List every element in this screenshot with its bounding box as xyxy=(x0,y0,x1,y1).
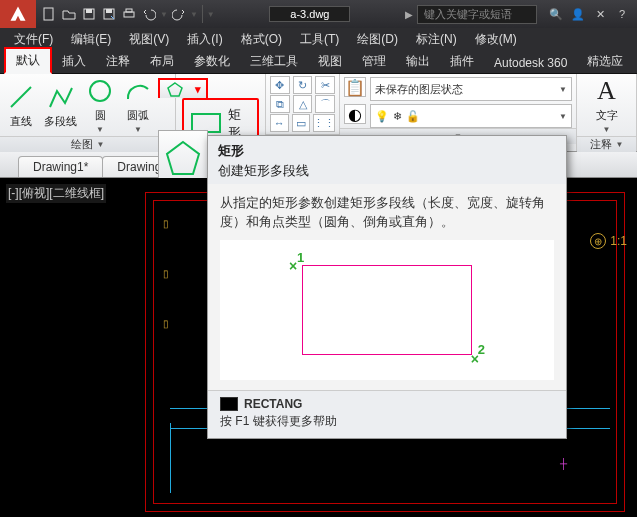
menu-draw[interactable]: 绘图(D) xyxy=(349,29,406,50)
mirror-icon[interactable]: △ xyxy=(293,95,313,113)
tooltip-figure: 1 × 2 × xyxy=(220,240,554,380)
tab-layout[interactable]: 布局 xyxy=(140,50,184,73)
menu-format[interactable]: 格式(O) xyxy=(233,29,290,50)
svg-rect-2 xyxy=(86,9,92,13)
current-layer-dropdown[interactable]: 💡❄🔓 ▼ xyxy=(370,104,572,128)
tab-view[interactable]: 视图 xyxy=(308,50,352,73)
panel-draw: 直线 多段线 圆 ▼ 圆弧 ▼ 绘图 ▼ xyxy=(0,74,176,151)
trim-icon[interactable]: ✂ xyxy=(315,76,335,94)
tool-line[interactable]: 直线 xyxy=(6,82,36,129)
tool-text-label: 文字 xyxy=(596,108,618,123)
tool-arc[interactable]: 圆弧 ▼ xyxy=(123,76,153,134)
qat-customize-icon[interactable]: ▼ xyxy=(207,10,215,19)
tool-polyline-label: 多段线 xyxy=(44,114,77,129)
tab-3dtools[interactable]: 三维工具 xyxy=(240,50,308,73)
tooltip-help: 按 F1 键获得更多帮助 xyxy=(220,413,556,430)
save-icon[interactable] xyxy=(80,5,98,23)
tab-annotate[interactable]: 注释 xyxy=(96,50,140,73)
tooltip-body: 从指定的矩形参数创建矩形多段线（长度、宽度、旋转角度）和角点类型（圆角、倒角或直… xyxy=(220,194,554,232)
text-icon: A xyxy=(592,76,622,106)
panel-draw-title[interactable]: 绘图 ▼ xyxy=(0,136,175,152)
svg-rect-5 xyxy=(124,12,134,17)
compass-icon: ⊕ xyxy=(590,233,606,249)
move-icon[interactable]: ✥ xyxy=(270,76,290,94)
svg-rect-6 xyxy=(126,9,132,12)
chevron-down-icon: ▼ xyxy=(559,112,567,121)
menu-insert[interactable]: 插入(I) xyxy=(179,29,230,50)
tab-plugins[interactable]: 插件 xyxy=(440,50,484,73)
copy-icon[interactable]: ⧉ xyxy=(270,95,290,113)
polygon-option[interactable] xyxy=(158,130,208,185)
menu-tools[interactable]: 工具(T) xyxy=(292,29,347,50)
cross-icon: × xyxy=(471,349,479,370)
panel-annotate-title[interactable]: 注释 ▼ xyxy=(577,136,636,152)
cross-icon: × xyxy=(289,256,297,277)
tab-featured[interactable]: 精选应 xyxy=(577,50,633,73)
tooltip-command: RECTANG xyxy=(220,397,556,411)
undo-dropdown-icon[interactable]: ▼ xyxy=(160,10,168,19)
stretch-icon[interactable]: ↔ xyxy=(270,114,289,132)
exchange-icon[interactable]: ✕ xyxy=(591,5,609,23)
app-menu-button[interactable] xyxy=(0,0,36,28)
saveas-icon[interactable] xyxy=(100,5,118,23)
layer-iso-icon[interactable]: ◐ xyxy=(344,104,366,124)
tool-circle[interactable]: 圆 ▼ xyxy=(85,76,115,134)
tool-arc-label: 圆弧 xyxy=(127,108,149,123)
array-icon[interactable]: ⋮⋮ xyxy=(313,114,335,132)
chevron-down-icon[interactable]: ▼ xyxy=(603,125,611,134)
panel-annotate: A 文字 ▼ 注释 ▼ xyxy=(577,74,637,151)
titlebar-right-icons: 🔍 👤 ✕ ? xyxy=(541,5,637,23)
search-icon[interactable]: 🔍 xyxy=(547,5,565,23)
redo-icon[interactable] xyxy=(170,5,188,23)
arc-icon xyxy=(123,76,153,106)
viewport-scale[interactable]: ⊕ 1:1 xyxy=(590,233,627,249)
svg-point-8 xyxy=(90,81,110,101)
tab-insert[interactable]: 插入 xyxy=(52,50,96,73)
tab-parametric[interactable]: 参数化 xyxy=(184,50,240,73)
open-icon[interactable] xyxy=(60,5,78,23)
signin-icon[interactable]: 👤 xyxy=(569,5,587,23)
chevron-down-icon: ▼ xyxy=(559,85,567,94)
tool-polyline[interactable]: 多段线 xyxy=(44,82,77,129)
tab-output[interactable]: 输出 xyxy=(396,50,440,73)
print-icon[interactable] xyxy=(120,5,138,23)
polyline-icon xyxy=(46,82,76,112)
menu-modify[interactable]: 修改(M) xyxy=(467,29,525,50)
search-input[interactable]: 键入关键字或短语 xyxy=(417,5,537,24)
scale-label: 1:1 xyxy=(610,234,627,248)
layer-state-dropdown[interactable]: 未保存的图层状态 ▼ xyxy=(370,77,572,101)
tool-text[interactable]: A 文字 ▼ xyxy=(592,76,622,134)
lock-icon: 🔓 xyxy=(406,110,420,123)
menu-dim[interactable]: 标注(N) xyxy=(408,29,465,50)
fillet-icon[interactable]: ⌒ xyxy=(315,95,335,113)
document-title: a-3.dwg xyxy=(269,6,350,22)
tab-default[interactable]: 默认 xyxy=(4,47,52,74)
tab-autodesk360[interactable]: Autodesk 360 xyxy=(484,53,577,73)
svg-line-7 xyxy=(11,87,31,107)
rotate-icon[interactable]: ↻ xyxy=(293,76,313,94)
quick-access-toolbar: ▼ ▼ ▼ xyxy=(36,5,219,23)
chevron-down-icon[interactable]: ▼ xyxy=(96,125,104,134)
viewport-label[interactable]: [-][俯视][二维线框] xyxy=(6,184,106,203)
svg-rect-4 xyxy=(106,9,112,13)
scale-icon[interactable]: ▭ xyxy=(292,114,311,132)
title-arrow-icon[interactable]: ▶ xyxy=(401,9,417,20)
undo-icon[interactable] xyxy=(140,5,158,23)
doc-tab-1[interactable]: Drawing1* xyxy=(18,156,103,177)
line-icon xyxy=(6,82,36,112)
menu-view[interactable]: 视图(V) xyxy=(121,29,177,50)
title-bar: ▼ ▼ ▼ a-3.dwg ▶ 键入关键字或短语 🔍 👤 ✕ ? xyxy=(0,0,637,28)
command-icon xyxy=(220,397,238,411)
tooltip-title: 矩形 xyxy=(218,142,556,160)
new-icon[interactable] xyxy=(40,5,58,23)
layer-properties-icon[interactable]: 📋 xyxy=(344,77,366,97)
shape-flyout-button[interactable]: ▾ xyxy=(158,78,208,98)
search-placeholder: 键入关键字或短语 xyxy=(424,7,512,22)
tab-manage[interactable]: 管理 xyxy=(352,50,396,73)
bulb-icon: 💡 xyxy=(375,110,389,123)
redo-dropdown-icon[interactable]: ▼ xyxy=(190,10,198,19)
tooltip-rectangle: 矩形 创建矩形多段线 从指定的矩形参数创建矩形多段线（长度、宽度、旋转角度）和角… xyxy=(207,135,567,439)
help-icon[interactable]: ? xyxy=(613,5,631,23)
menu-edit[interactable]: 编辑(E) xyxy=(63,29,119,50)
chevron-down-icon[interactable]: ▼ xyxy=(134,125,142,134)
